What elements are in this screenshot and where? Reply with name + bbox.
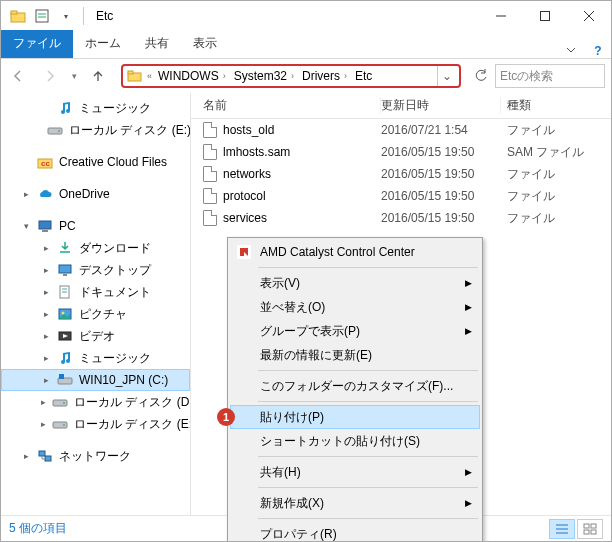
file-icon (203, 122, 217, 138)
menu-item[interactable]: このフォルダーのカスタマイズ(F)... (230, 374, 480, 398)
twisty-icon[interactable]: ▸ (41, 353, 51, 363)
column-date[interactable]: 更新日時 (381, 97, 501, 114)
menu-separator (258, 518, 478, 519)
file-row[interactable]: lmhosts.sam2016/05/15 19:50SAM ファイル (191, 141, 611, 163)
tree-item-label: ミュージック (79, 100, 151, 117)
menu-item[interactable]: 表示(V)▶ (230, 271, 480, 295)
file-icon (203, 144, 217, 160)
path-segment[interactable]: System32› (232, 69, 296, 83)
file-row[interactable]: protocol2016/05/15 19:50ファイル (191, 185, 611, 207)
tab-view[interactable]: 表示 (181, 30, 229, 58)
menu-item-label: グループで表示(P) (260, 323, 360, 340)
menu-item[interactable]: プロパティ(R) (230, 522, 480, 542)
svg-rect-1 (11, 11, 17, 14)
tree-item[interactable]: ▸ネットワーク (1, 445, 190, 467)
tree-item[interactable]: ▸ローカル ディスク (E:) (1, 413, 190, 435)
address-dropdown-icon[interactable]: ⌄ (437, 66, 455, 86)
search-input[interactable]: Etcの検索 (495, 64, 605, 88)
minimize-button[interactable] (479, 1, 523, 31)
nav-forward-button[interactable] (35, 62, 65, 90)
path-segment[interactable]: Drivers› (300, 69, 349, 83)
properties-icon[interactable] (31, 5, 53, 27)
menu-separator (258, 267, 478, 268)
tree-item[interactable]: ▸ローカル ディスク (D:) (1, 391, 190, 413)
tab-file[interactable]: ファイル (1, 30, 73, 58)
twisty-icon[interactable]: ▸ (41, 287, 51, 297)
tree-item[interactable]: ▸デスクトップ (1, 259, 190, 281)
menu-item[interactable]: 新規作成(X)▶ (230, 491, 480, 515)
path-segment[interactable]: Etc (353, 69, 374, 83)
qat-dropdown-icon[interactable]: ▾ (55, 5, 77, 27)
file-row[interactable]: hosts_old2016/07/21 1:54ファイル (191, 119, 611, 141)
file-type: SAM ファイル (501, 144, 611, 161)
tree-item[interactable]: ▸OneDrive (1, 183, 190, 205)
nav-up-button[interactable] (83, 62, 113, 90)
menu-item[interactable]: 並べ替え(O)▶ (230, 295, 480, 319)
file-date: 2016/05/15 19:50 (381, 167, 501, 181)
twisty-icon[interactable]: ▸ (41, 309, 51, 319)
tree-item[interactable]: ミュージック (1, 97, 190, 119)
nav-back-button[interactable] (3, 62, 33, 90)
tree-item[interactable]: ▸WIN10_JPN (C:) (1, 369, 190, 391)
menu-separator (258, 401, 478, 402)
file-name: lmhosts.sam (223, 145, 290, 159)
twisty-icon[interactable]: ▸ (41, 331, 51, 341)
tree-item[interactable]: ▸ドキュメント (1, 281, 190, 303)
download-icon (57, 240, 73, 256)
file-row[interactable]: services2016/05/15 19:50ファイル (191, 207, 611, 229)
menu-separator (258, 370, 478, 371)
tree-item[interactable]: ▾PC (1, 215, 190, 237)
menu-item[interactable]: 1貼り付け(P) (230, 405, 480, 429)
os-icon (57, 372, 73, 388)
tree-item[interactable]: ▸ビデオ (1, 325, 190, 347)
twisty-icon[interactable]: ▸ (41, 243, 51, 253)
folder-icon (7, 5, 29, 27)
menu-item[interactable]: AMD Catalyst Control Center (230, 240, 480, 264)
address-bar[interactable]: « WINDOWS› System32› Drivers› Etc ⌄ (121, 64, 461, 88)
window-title: Etc (96, 9, 113, 23)
menu-item[interactable]: 最新の情報に更新(E) (230, 343, 480, 367)
tree-item-label: ローカル ディスク (E:) (69, 122, 191, 139)
twisty-icon[interactable]: ▸ (41, 265, 51, 275)
menu-item[interactable]: 共有(H)▶ (230, 460, 480, 484)
tab-home[interactable]: ホーム (73, 30, 133, 58)
twisty-icon[interactable]: ▸ (21, 451, 31, 461)
submenu-arrow-icon: ▶ (465, 302, 472, 312)
twisty-icon[interactable]: ▸ (21, 189, 31, 199)
tree-item[interactable]: ローカル ディスク (E:) (1, 119, 190, 141)
refresh-button[interactable] (469, 64, 493, 88)
nav-recent-dropdown[interactable]: ▾ (67, 62, 81, 90)
help-icon[interactable]: ? (585, 44, 611, 58)
chevron-icon[interactable]: « (147, 71, 152, 81)
menu-separator (258, 456, 478, 457)
twisty-icon[interactable]: ▾ (21, 221, 31, 231)
desktop-icon (57, 262, 73, 278)
tree-item-label: ローカル ディスク (E:) (74, 416, 191, 433)
close-button[interactable] (567, 1, 611, 31)
twisty-icon[interactable]: ▸ (41, 375, 51, 385)
svg-rect-15 (39, 221, 51, 229)
nav-bar: ▾ « WINDOWS› System32› Drivers› Etc ⌄ Et… (1, 59, 611, 93)
separator (83, 7, 84, 25)
tree-item[interactable]: ▸ダウンロード (1, 237, 190, 259)
maximize-button[interactable] (523, 1, 567, 31)
view-large-button[interactable] (577, 519, 603, 539)
tree-item[interactable]: ccCreative Cloud Files (1, 151, 190, 173)
tree-item[interactable]: ▸ピクチャ (1, 303, 190, 325)
column-name[interactable]: 名前 (191, 97, 381, 114)
navigation-tree[interactable]: ミュージックローカル ディスク (E:)ccCreative Cloud Fil… (1, 93, 191, 515)
menu-item[interactable]: グループで表示(P)▶ (230, 319, 480, 343)
path-segment[interactable]: WINDOWS› (156, 69, 228, 83)
view-details-button[interactable] (549, 519, 575, 539)
menu-item-label: AMD Catalyst Control Center (260, 245, 415, 259)
tree-item[interactable]: ▸ミュージック (1, 347, 190, 369)
ribbon-expand-icon[interactable] (557, 44, 585, 58)
file-row[interactable]: networks2016/05/15 19:50ファイル (191, 163, 611, 185)
menu-item[interactable]: ショートカットの貼り付け(S) (230, 429, 480, 453)
tab-share[interactable]: 共有 (133, 30, 181, 58)
column-type[interactable]: 種類 (501, 97, 611, 114)
file-icon (203, 210, 217, 226)
onedrive-icon (37, 186, 53, 202)
twisty-icon[interactable]: ▸ (41, 397, 46, 407)
twisty-icon[interactable]: ▸ (41, 419, 46, 429)
